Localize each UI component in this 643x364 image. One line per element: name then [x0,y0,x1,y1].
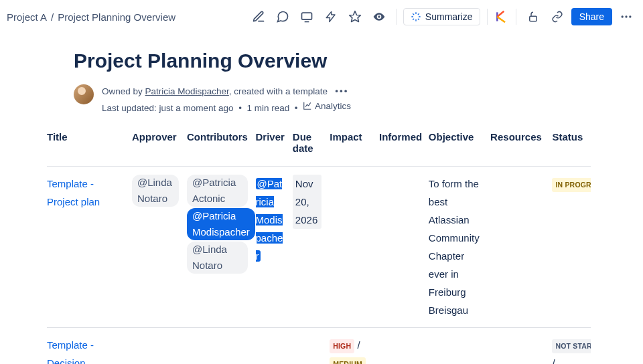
table-row[interactable]: Template - Project plan @Linda Notaro @P… [47,166,591,327]
mention[interactable]: @Patricia Modispacher [187,208,255,240]
present-icon[interactable] [297,7,317,27]
database-table: Title Approver Contributors Driver Due d… [47,124,591,364]
owned-by-prefix: Owned by [102,86,145,96]
breadcrumb-sep: / [51,11,54,23]
status-badge: IN PROGRESS [552,178,591,192]
summarize-button[interactable]: Summarize [403,8,480,25]
page-title: Project Planning Overview [74,50,643,72]
meta-more-icon[interactable]: ••• [335,86,348,96]
mention[interactable]: @Patricia Modispacher [256,178,283,262]
cell-objective[interactable] [425,327,486,364]
created-suffix: , created with a template [229,86,328,96]
app-karma-icon[interactable] [494,9,509,24]
breadcrumb-space[interactable]: Project A [7,11,47,23]
read-time: 1 min read [246,102,289,112]
edit-icon[interactable] [248,7,269,27]
restrictions-icon[interactable] [523,7,543,27]
svg-point-3 [622,15,624,17]
cell-objective[interactable]: To form the best Atlassian Community Cha… [425,166,486,327]
cell-status[interactable]: NOT STARTED / IN PROGRESS [548,327,591,364]
mention[interactable]: @Linda Notaro [132,175,179,207]
svg-rect-2 [529,16,537,21]
col-resources[interactable]: Resources [486,124,548,167]
due-date[interactable]: Nov 20, 2026 [293,175,322,229]
cell-due[interactable] [289,327,326,364]
cell-informed[interactable] [375,327,425,364]
cell-resources[interactable] [486,327,548,364]
col-informed[interactable]: Informed [375,124,425,167]
comment-icon[interactable] [273,7,293,27]
cell-status[interactable]: IN PROGRESS [548,166,591,327]
svg-marker-1 [350,11,361,22]
breadcrumb: Project A / Project Planning Overview [7,11,244,23]
analytics-label: Analytics [315,99,351,114]
svg-point-4 [625,15,627,17]
link-icon[interactable] [547,7,567,27]
col-impact[interactable]: Impact [326,124,375,167]
share-button[interactable]: Share [571,8,612,25]
status-badge: NOT STARTED [552,339,591,353]
impact-badge: HIGH [330,339,354,353]
toolbar-divider [516,9,516,25]
star-icon[interactable] [345,7,365,27]
toolbar-divider [396,9,397,25]
breadcrumb-page[interactable]: Project Planning Overview [58,11,175,23]
col-status[interactable]: Status [548,124,591,167]
col-objective[interactable]: Objective [425,124,486,167]
row-title-link[interactable]: Template - Decision documentation [47,339,113,364]
cell-informed[interactable] [375,166,425,327]
owner-avatar[interactable] [74,84,94,104]
col-due[interactable]: Due date [289,124,326,167]
cell-impact[interactable]: HIGH / MEDIUM / LOW [326,327,375,364]
col-driver[interactable]: Driver [252,124,289,167]
svg-rect-0 [301,13,311,19]
automation-icon[interactable] [321,7,341,27]
cell-contributors[interactable] [183,327,252,364]
analytics-link[interactable]: Analytics [303,99,351,114]
cell-approver[interactable] [128,327,183,364]
last-updated: Last updated: just a moment ago [102,102,234,112]
toolbar-divider [487,9,488,25]
impact-badge: MEDIUM [330,357,366,364]
svg-point-5 [629,15,631,17]
cell-driver[interactable] [252,327,289,364]
watch-icon[interactable] [369,7,389,27]
summarize-label: Summarize [425,11,473,22]
row-title-link[interactable]: Template - Project plan [47,178,100,207]
cell-impact[interactable] [326,166,375,327]
col-contributors[interactable]: Contributors [183,124,252,167]
owner-link[interactable]: Patricia Modispacher [145,86,229,96]
mention[interactable]: @Patricia Actonic [187,175,248,207]
col-approver[interactable]: Approver [128,124,183,167]
more-icon[interactable] [616,7,636,27]
table-row[interactable]: Template - Decision documentation HIGH /… [47,327,591,364]
col-title[interactable]: Title [47,124,128,167]
mention[interactable]: @Linda Notaro [187,242,248,274]
cell-resources[interactable] [486,166,548,327]
